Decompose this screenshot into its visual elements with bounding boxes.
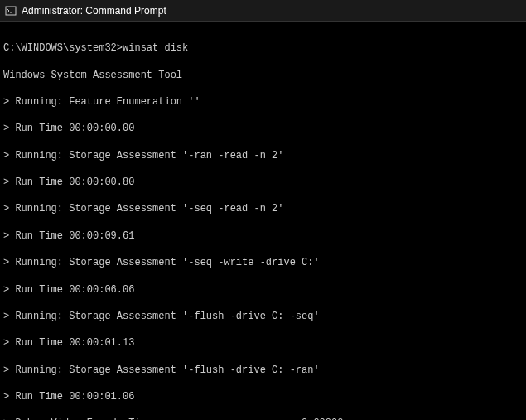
output-line: > Running: Storage Assessment '-ran -rea… — [3, 149, 523, 162]
tool-header: Windows System Assessment Tool — [3, 69, 523, 82]
output-line: > Run Time 00:00:00.80 — [3, 176, 523, 189]
output-line: > Running: Storage Assessment '-seq -wri… — [3, 256, 523, 269]
metric-score — [409, 417, 492, 420]
output-line: > Run Time 00:00:06.06 — [3, 283, 523, 297]
output-line: > Run Time 00:00:00.00 — [3, 122, 523, 135]
terminal-output[interactable]: C:\WINDOWS\system32>winsat disk Windows … — [0, 22, 526, 420]
output-line: > Run Time 00:00:01.06 — [3, 390, 523, 403]
output-line: > Run Time 00:00:01.13 — [3, 336, 523, 350]
svg-rect-0 — [6, 7, 16, 15]
metric-label: > Dshow Video Encode Time — [3, 417, 302, 420]
metric-value: 0.00000 s — [302, 417, 409, 420]
output-line: > Running: Storage Assessment '-seq -rea… — [3, 202, 523, 215]
cmd-icon — [5, 5, 17, 17]
output-line: > Running: Feature Enumeration '' — [3, 95, 523, 109]
metric-line: > Dshow Video Encode Time0.00000 s — [3, 417, 523, 420]
output-line: > Run Time 00:00:09.61 — [3, 229, 523, 243]
prompt-line: C:\WINDOWS\system32>winsat disk — [3, 41, 523, 55]
output-line: > Running: Storage Assessment '-flush -d… — [3, 310, 523, 323]
output-line: > Running: Storage Assessment '-flush -d… — [3, 364, 523, 377]
window-titlebar[interactable]: Administrator: Command Prompt — [0, 0, 526, 22]
command-text: winsat disk — [123, 42, 188, 54]
window-title: Administrator: Command Prompt — [22, 5, 166, 17]
prompt: C:\WINDOWS\system32> — [3, 42, 123, 54]
